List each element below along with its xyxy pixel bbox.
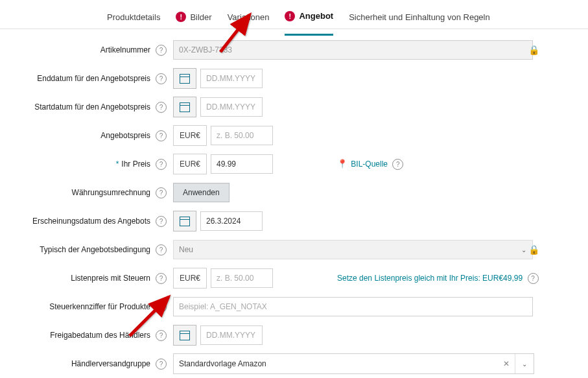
calendar-icon [180,102,190,112]
bil-source-link[interactable]: 📍 BIL-Quelle ? [337,159,410,170]
calendar-button-startdatum[interactable] [173,97,196,117]
input-steuerkennziffer[interactable] [173,297,533,316]
set-list-price-link[interactable]: Setze den Listenpreis gleich mit Ihr Pre… [337,273,545,284]
lock-icon: 🔒 [528,45,539,55]
label-bedingung: Typisch der Angebotsbedingung [0,245,154,254]
input-angebotspreis[interactable] [211,126,273,145]
error-icon: ! [176,12,186,22]
help-icon[interactable]: ? [156,301,167,313]
calendar-icon [180,217,190,226]
combo-versandgruppe[interactable]: Standardvorlage Amazon ✕ ⌄ [173,353,534,374]
help-icon[interactable]: ? [156,45,167,56]
tab-produktdetails[interactable]: Produktdetails [107,6,160,34]
help-icon[interactable]: ? [392,159,403,170]
error-icon: ! [285,11,295,21]
calendar-icon [180,74,190,84]
help-icon[interactable]: ? [156,159,167,170]
input-listenpreis[interactable] [211,268,273,288]
clear-icon[interactable]: ✕ [498,359,515,368]
input-freigabedatum[interactable] [200,325,263,345]
currency-label: EUR€ [173,125,207,146]
help-icon[interactable]: ? [156,273,167,284]
currency-label: EUR€ [173,154,207,174]
label-erscheinungsdatum: Erscheinungsdatum des Angebots [0,217,154,226]
calendar-icon [180,331,190,340]
tab-angebot[interactable]: ! Angebot [285,5,333,36]
pin-icon: 📍 [337,159,347,169]
input-artikelnummer [173,40,533,60]
combo-value: Standardvorlage Amazon [174,359,498,368]
tab-bar: Produktdetails ! Bilder Variationen ! An… [0,0,588,29]
tab-sicherheit[interactable]: Sicherheit und Einhaltung von Regeln [349,6,490,34]
help-icon[interactable]: ? [156,359,167,370]
help-icon[interactable]: ? [156,130,167,141]
select-bedingung[interactable]: Neu ⌄ [173,240,533,259]
help-icon[interactable]: ? [156,187,167,198]
input-ihr-preis[interactable] [211,154,273,174]
label-enddatum: Enddatum für den Angebotspreis [0,74,154,83]
input-startdatum[interactable] [200,97,263,117]
apply-button[interactable]: Anwenden [173,183,229,202]
label-versandgruppe: Händlerversandgruppe [0,359,154,368]
help-icon[interactable]: ? [156,216,167,227]
help-icon[interactable]: ? [156,244,167,255]
label-freigabedatum: Freigabedatum des Händlers [0,331,154,340]
form-area: Artikelnummer ? 🔒 Enddatum für den Angeb… [0,29,588,378]
tab-bilder[interactable]: ! Bilder [176,6,211,34]
label-startdatum: Startdatum für den Angebotspreis [0,102,154,112]
tab-variationen[interactable]: Variationen [228,6,270,34]
help-icon[interactable]: ? [156,73,167,84]
lock-icon: 🔒 [528,244,539,255]
label-steuerkennziffer: Steuerkennziffer für Produkte [0,302,154,311]
help-icon[interactable]: ? [528,273,539,284]
help-icon[interactable]: ? [156,330,167,341]
calendar-button-enddatum[interactable] [173,68,196,89]
input-erscheinungsdatum[interactable] [200,211,263,231]
input-enddatum[interactable] [200,69,263,88]
currency-label: EUR€ [173,268,207,289]
chevron-down-icon[interactable]: ⌄ [515,354,534,373]
label-artikelnummer: Artikelnummer [0,45,154,54]
help-icon[interactable]: ? [156,102,167,113]
label-angebotspreis: Angebotspreis [0,131,154,140]
label-waehrungsumrechnung: Währungsumrechnung [0,188,154,197]
label-ihr-preis: *Ihr Preis [0,159,154,169]
calendar-button-erscheinungsdatum[interactable] [173,211,196,231]
label-listenpreis: Listenpreis mit Steuern [0,274,154,283]
calendar-button-freigabedatum[interactable] [173,325,196,346]
